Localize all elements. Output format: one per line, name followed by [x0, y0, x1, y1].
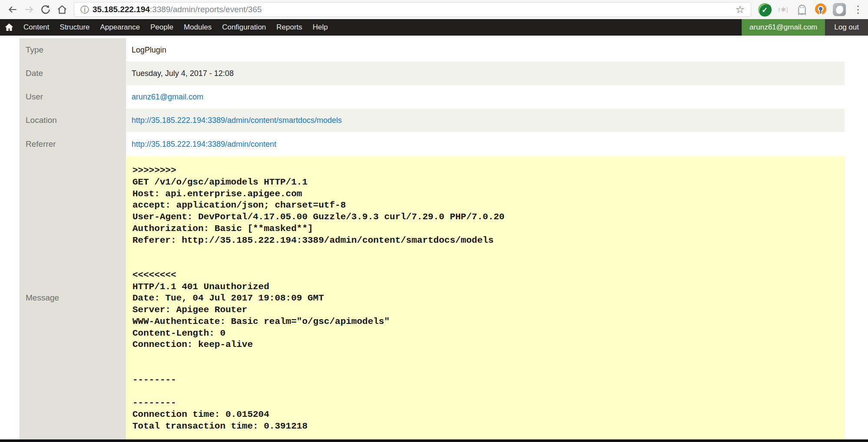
browser-menu-button[interactable]: ⋮	[851, 2, 865, 17]
row-label-message: Message	[20, 156, 126, 439]
menu-item-modules[interactable]: Modules	[178, 19, 217, 36]
row-label-user: User	[20, 85, 126, 109]
back-button[interactable]	[4, 1, 21, 18]
openvpn-extension-button[interactable]	[813, 2, 828, 17]
url-text: 35.185.222.194:3389/admin/reports/event/…	[92, 5, 262, 14]
three-dots-menu-icon: ⋮	[850, 3, 866, 16]
menu-item-help[interactable]: Help	[307, 19, 333, 36]
url-path: :3389/admin/reports/event/365	[150, 5, 262, 14]
green-check-icon: ✓	[758, 3, 772, 16]
faded-extension-icon: r✱|	[778, 6, 788, 13]
reload-button[interactable]	[37, 1, 54, 18]
extensions-area: ✓ r✱|	[757, 2, 865, 17]
row-label-referrer: Referrer	[20, 132, 126, 156]
home-button[interactable]	[54, 1, 70, 18]
menu-item-structure[interactable]: Structure	[55, 19, 95, 36]
row-value-user: arunz61@gmail.com	[126, 85, 845, 109]
ghost-icon	[795, 3, 809, 16]
page-info-icon[interactable]: ⓘ	[80, 4, 89, 16]
user-link[interactable]: arunz61@gmail.com	[132, 92, 203, 102]
log-event-table: Type LogPlugin Date Tuesday, July 4, 201…	[20, 38, 845, 439]
row-value-date: Tuesday, July 4, 2017 - 12:08	[126, 62, 845, 85]
menu-item-appearance[interactable]: Appearance	[95, 19, 145, 36]
menu-item-configuration[interactable]: Configuration	[217, 19, 271, 36]
reload-icon	[40, 4, 51, 15]
green-check-extension-button[interactable]: ✓	[757, 2, 772, 17]
row-value-type: LogPlugin	[126, 38, 845, 62]
screenshot-extension-button[interactable]	[832, 2, 847, 17]
logout-button[interactable]: Log out	[825, 19, 868, 36]
bottom-screen-edge	[0, 439, 868, 442]
menu-item-reports[interactable]: Reports	[271, 19, 308, 36]
address-bar[interactable]: ⓘ 35.185.222.194:3389/admin/reports/even…	[74, 2, 751, 17]
row-label-type: Type	[20, 38, 126, 62]
message-log-block: >>>>>>>> GET /v1/o/gsc/apimodels HTTP/1.…	[126, 156, 845, 439]
toolbar-right-area: arunz61@gmail.com Log out	[742, 19, 868, 36]
openvpn-icon	[813, 2, 828, 17]
row-label-date: Date	[20, 62, 126, 85]
row-value-referrer: http://35.185.222.194:3389/admin/content	[126, 132, 845, 156]
toolbar-home-button[interactable]	[0, 19, 18, 36]
row-value-location: http://35.185.222.194:3389/admin/content…	[126, 109, 845, 132]
admin-menu: Content Structure Appearance People Modu…	[18, 19, 333, 36]
bookmark-star-icon[interactable]: ☆	[735, 3, 745, 16]
home-icon	[56, 4, 68, 15]
location-link[interactable]: http://35.185.222.194:3389/admin/content…	[132, 116, 342, 125]
drupal-admin-toolbar: Content Structure Appearance People Modu…	[0, 19, 868, 36]
menu-item-content[interactable]: Content	[18, 19, 55, 36]
menu-item-people[interactable]: People	[145, 19, 178, 36]
forward-icon	[23, 4, 35, 15]
ghostery-extension-button[interactable]	[795, 2, 809, 17]
logged-in-user-button[interactable]: arunz61@gmail.com	[742, 19, 825, 36]
blob-shape	[836, 6, 843, 14]
row-label-location: Location	[20, 109, 126, 132]
url-host: 35.185.222.194	[92, 5, 150, 14]
check-glyph: ✓	[758, 3, 772, 17]
browser-toolbar: ⓘ 35.185.222.194:3389/admin/reports/even…	[0, 0, 868, 19]
forward-button[interactable]	[21, 1, 37, 18]
screenshot-extension-icon	[833, 3, 846, 16]
referrer-link[interactable]: http://35.185.222.194:3389/admin/content	[132, 140, 276, 149]
back-icon	[7, 4, 18, 15]
faded-extension-button[interactable]: r✱|	[776, 2, 791, 17]
drupal-home-icon	[4, 22, 14, 33]
